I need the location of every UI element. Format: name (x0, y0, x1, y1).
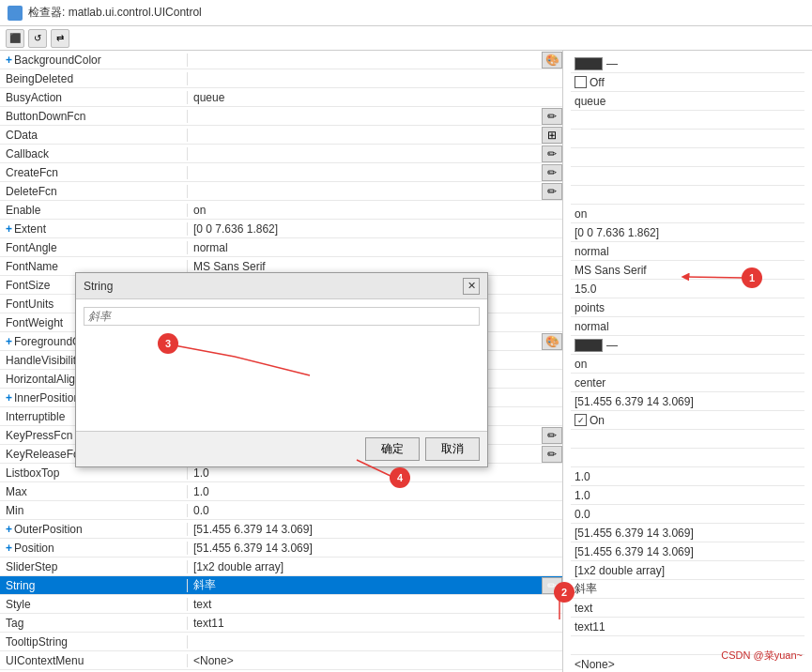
right-val-createfcn (571, 167, 804, 186)
right-val-uicontextmenu: <None> (571, 655, 804, 672)
dialog-title: String (84, 280, 113, 293)
prop-icon-btn-callback[interactable]: ✏ (542, 145, 562, 162)
right-val-outerposition: [51.455 6.379 14 3.069] (571, 524, 804, 542)
right-val-fontname: MS Sans Serif (571, 261, 804, 280)
toolbar: ⬛ ↺ ⇄ (0, 26, 812, 51)
prop-icon-btn-backgroundcolor[interactable]: 🎨 (542, 52, 562, 69)
prop-row-position[interactable]: Position[51.455 6.379 14 3.069] (0, 539, 562, 557)
prop-name-createfcn: CreateFcn (0, 166, 188, 179)
prop-value-busyaction: queue (188, 91, 562, 104)
right-val-fontangle: normal (571, 242, 804, 261)
right-panel: —Offqueueon[0 0 7.636 1.862]normalMS San… (563, 51, 812, 672)
prop-row-callback[interactable]: Callback✏ (0, 145, 562, 163)
prop-row-max[interactable]: Max1.0 (0, 482, 562, 501)
prop-name-sliderstep: SliderStep (0, 560, 188, 573)
prop-value-uicontextmenu: <None> (188, 654, 562, 667)
prop-row-style[interactable]: Styletext (0, 595, 562, 614)
prop-icon-btn-foregroundcolor[interactable]: 🎨 (542, 333, 562, 350)
prop-icon-btn-keypressfcn[interactable]: ✏ (542, 427, 562, 444)
dialog-close-button[interactable]: ✕ (463, 278, 480, 295)
title-text: 检查器: matlab.ui.control.UIControl (28, 5, 202, 21)
prop-row-enable[interactable]: Enableon (0, 201, 562, 220)
prop-name-tooltipstring: TooltipString (0, 635, 188, 649)
prop-icon-btn-createfcn[interactable]: ✏ (542, 164, 562, 181)
app-icon (8, 6, 23, 21)
prop-name-position: Position (0, 542, 188, 555)
cancel-button[interactable]: 取消 (425, 437, 480, 461)
toolbar-btn-2[interactable]: ↺ (28, 29, 47, 48)
prop-name-string: String (0, 579, 188, 592)
prop-name-max: Max (0, 485, 188, 498)
prop-value-fontname: MS Sans Serif (188, 260, 562, 273)
prop-value-fontangle: normal (188, 241, 562, 254)
prop-name-busyaction: BusyAction (0, 91, 188, 104)
right-val-fontsize: 15.0 (571, 280, 804, 298)
prop-name-extent: Extent (0, 222, 188, 236)
string-dialog[interactable]: String ✕ 确定 取消 (75, 272, 488, 467)
right-val-extent: [0 0 7.636 1.862] (571, 223, 804, 242)
right-val-listboxtop: 1.0 (571, 467, 804, 486)
prop-row-outerposition[interactable]: OuterPosition[51.455 6.379 14 3.069] (0, 520, 562, 539)
right-val-tooltipstring (571, 636, 804, 655)
right-val-tag: text11 (571, 618, 804, 636)
prop-row-min[interactable]: Min0.0 (0, 501, 562, 520)
prop-value-style: text (188, 598, 562, 611)
prop-value-listboxtop: 1.0 (188, 466, 562, 480)
prop-row-deletefcn[interactable]: DeleteFcn✏ (0, 182, 562, 201)
prop-row-beingdeleted[interactable]: BeingDeleted (0, 69, 562, 88)
prop-icon-btn-string[interactable]: ✏ (542, 577, 562, 594)
prop-value-position: [51.455 6.379 14 3.069] (188, 542, 562, 555)
prop-row-buttondownfcn[interactable]: ButtonDownFcn✏ (0, 107, 562, 126)
prop-icon-btn-deletefcn[interactable]: ✏ (542, 183, 562, 200)
right-val-buttondownfcn (571, 111, 804, 130)
right-val-string: 斜率 (571, 580, 804, 599)
right-val-min: 0.0 (571, 505, 804, 524)
right-val-innerposition: [51.455 6.379 14 3.069] (571, 392, 804, 411)
prop-icon-btn-cdata[interactable]: ⊞ (542, 127, 562, 144)
right-val-callback (571, 148, 804, 167)
right-val-style: text (571, 599, 804, 618)
right-val-max: 1.0 (571, 486, 804, 505)
toolbar-btn-3[interactable]: ⇄ (51, 29, 69, 48)
prop-row-backgroundcolor[interactable]: BackgroundColor🎨 (0, 51, 562, 69)
prop-name-callback: Callback (0, 147, 188, 160)
right-val-beingdeleted: Off (571, 73, 804, 92)
prop-name-enable: Enable (0, 204, 188, 217)
right-val-fontunits: points (571, 298, 804, 317)
prop-name-listboxtop: ListboxTop (0, 466, 188, 480)
prop-row-createfcn[interactable]: CreateFcn✏ (0, 163, 562, 182)
right-val-deletefcn (571, 186, 804, 205)
prop-value-min: 0.0 (188, 504, 562, 517)
prop-name-buttondownfcn: ButtonDownFcn (0, 110, 188, 123)
prop-icon-btn-buttondownfcn[interactable]: ✏ (542, 108, 562, 125)
prop-icon-btn-keyreleasefcn[interactable]: ✏ (542, 446, 562, 463)
prop-row-sliderstep[interactable]: SliderStep[1x2 double array] (0, 557, 562, 576)
prop-value-enable: on (188, 204, 562, 217)
prop-row-tag[interactable]: Tagtext11 (0, 614, 562, 633)
string-input[interactable] (84, 307, 480, 326)
prop-row-tooltipstring[interactable]: TooltipString (0, 633, 562, 651)
prop-row-string[interactable]: String斜率✏ (0, 576, 562, 595)
dialog-titlebar: String ✕ (76, 273, 487, 299)
right-val-sliderstep: [1x2 double array] (571, 561, 804, 580)
right-val-position: [51.455 6.379 14 3.069] (571, 542, 804, 561)
prop-row-uicontextmenu[interactable]: UIContextMenu<None> (0, 651, 562, 670)
prop-value-sliderstep: [1x2 double array] (188, 560, 562, 573)
title-bar: 检查器: matlab.ui.control.UIControl (0, 0, 812, 26)
prop-name-tag: Tag (0, 617, 188, 630)
toolbar-btn-1[interactable]: ⬛ (6, 29, 24, 48)
prop-name-style: Style (0, 598, 188, 611)
prop-row-fontangle[interactable]: FontAnglenormal (0, 238, 562, 257)
prop-name-beingdeleted: BeingDeleted (0, 72, 188, 85)
dialog-content (76, 299, 487, 431)
prop-value-string: 斜率 (188, 577, 542, 593)
right-val-backgroundcolor: — (571, 54, 804, 73)
prop-name-deletefcn: DeleteFcn (0, 185, 188, 198)
ok-button[interactable]: 确定 (365, 437, 420, 461)
prop-name-min: Min (0, 504, 188, 517)
right-val-enable: on (571, 205, 804, 223)
prop-name-uicontextmenu: UIContextMenu (0, 654, 188, 667)
prop-row-busyaction[interactable]: BusyActionqueue (0, 88, 562, 107)
prop-row-cdata[interactable]: CData⊞ (0, 126, 562, 145)
prop-row-extent[interactable]: Extent[0 0 7.636 1.862] (0, 220, 562, 238)
